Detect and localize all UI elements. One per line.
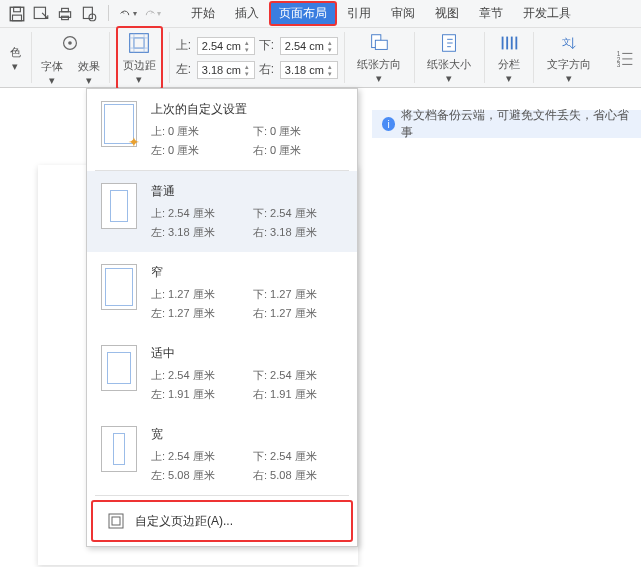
paper-size-icon [437,31,461,55]
save-as-icon[interactable] [32,5,50,23]
margin-right-spinner[interactable]: 右:3.18 cm▴▾ [259,61,338,79]
margins-option-last-custom[interactable]: ✦ 上次的自定义设置 上: 0 厘米 下: 0 厘米 左: 0 厘米 右: 0 … [87,89,357,170]
preset-thumb-icon [101,345,137,391]
custom-margins-icon [107,512,125,530]
columns-button[interactable]: 分栏 ▾ [491,29,527,87]
ribbon-group-font: 字体 ▾效果 ▾ [32,32,110,83]
spinner-arrows-icon[interactable]: ▴▾ [241,39,253,53]
svg-rect-18 [376,40,388,49]
margins-custom-button[interactable]: 自定义页边距(A)... [91,500,353,542]
ribbon-group-margin-values: 上:2.54 cm▴▾ 下:2.54 cm▴▾ 左:3.18 cm▴▾ 右:3.… [170,32,345,83]
svg-rect-32 [112,517,120,525]
preset-title: 窄 [151,264,343,281]
margins-option-moderate[interactable]: 适中 上: 2.54 厘米 下: 2.54 厘米 左: 1.91 厘米 右: 1… [87,333,357,414]
text-direction-icon: 文 [557,31,581,55]
margins-option-narrow[interactable]: 窄 上: 1.27 厘米 下: 1.27 厘米 左: 1.27 厘米 右: 1.… [87,252,357,333]
ribbon-group-columns: 分栏 ▾ [485,32,534,83]
svg-rect-12 [134,37,144,47]
svg-rect-2 [13,15,22,21]
separator [108,5,109,21]
redo-icon[interactable]: ▾ [143,5,161,23]
paper-size-button[interactable]: 纸张大小 ▾ [421,29,478,87]
ribbon-group-text-direction: 文 文字方向 ▾ [534,32,603,83]
tab-start[interactable]: 开始 [181,1,225,26]
preset-title: 宽 [151,426,343,443]
print-icon[interactable] [56,5,74,23]
svg-point-10 [69,41,73,45]
orientation-icon [367,31,391,55]
custom-margins-label: 自定义页边距(A)... [135,513,233,530]
svg-rect-5 [62,8,69,11]
tab-review[interactable]: 审阅 [381,1,425,26]
svg-rect-11 [130,33,149,52]
margin-top-spinner[interactable]: 上:2.54 cm▴▾ [176,37,255,55]
tab-dev-tools[interactable]: 开发工具 [513,1,581,26]
margin-left-spinner[interactable]: 左:3.18 cm▴▾ [176,61,255,79]
svg-rect-1 [14,7,21,12]
svg-text:文: 文 [561,36,570,46]
line-numbers-icon: 123 [613,46,637,70]
margins-option-wide[interactable]: 宽 上: 2.54 厘米 下: 2.54 厘米 左: 5.08 厘米 右: 5.… [87,414,357,495]
preset-thumb-icon: ✦ [101,101,137,147]
colors-button[interactable]: 色 ▾ [6,45,25,73]
line-numbers-button[interactable]: 123 [609,44,641,72]
fonts-button[interactable]: 字体 ▾ [38,59,67,87]
save-icon[interactable] [8,5,26,23]
svg-rect-7 [83,7,92,18]
cloud-backup-tip[interactable]: i 将文档备份云端，可避免文件丢失，省心省事 [372,110,641,138]
watermark-icon [58,31,82,55]
tab-page-layout[interactable]: 页面布局 [269,1,337,26]
preset-thumb-icon [101,426,137,472]
spinner-arrows-icon[interactable]: ▴▾ [324,39,336,53]
margins-button[interactable]: 页边距 ▾ [116,26,163,90]
title-bar: ▾ ▾ 开始 插入 页面布局 引用 审阅 视图 章节 开发工具 [0,0,641,28]
spinner-arrows-icon[interactable]: ▴▾ [324,63,336,77]
quick-access-toolbar: ▾ ▾ [4,5,165,23]
ribbon-group-margins: 页边距 ▾ [110,32,170,83]
tab-chapter[interactable]: 章节 [469,1,513,26]
ribbon-tabs: 开始 插入 页面布局 引用 审阅 视图 章节 开发工具 [181,1,581,26]
info-icon: i [382,117,395,131]
preset-title: 上次的自定义设置 [151,101,343,118]
spinner-arrows-icon[interactable]: ▴▾ [241,63,253,77]
ribbon-group-theme: 色 ▾ [0,32,32,83]
margins-label: 页边距 ▾ [120,58,159,86]
svg-text:3: 3 [617,61,621,68]
info-text: 将文档备份云端，可避免文件丢失，省心省事 [401,107,631,141]
margins-icon [126,30,152,56]
svg-rect-3 [34,7,45,18]
undo-icon[interactable]: ▾ [119,5,137,23]
preset-thumb-icon [101,183,137,229]
margin-bottom-spinner[interactable]: 下:2.54 cm▴▾ [259,37,338,55]
separator [95,495,349,496]
preset-title: 普通 [151,183,343,200]
ribbon-group-orientation: 纸张方向 ▾ [345,32,415,83]
margins-option-normal[interactable]: 普通 上: 2.54 厘米 下: 2.54 厘米 左: 3.18 厘米 右: 3… [87,171,357,252]
tab-insert[interactable]: 插入 [225,1,269,26]
text-direction-button[interactable]: 文 文字方向 ▾ [540,29,597,87]
ribbon: 色 ▾ 字体 ▾效果 ▾ 页边距 ▾ 上:2.54 cm▴▾ 下:2.54 cm… [0,28,641,88]
orientation-button[interactable]: 纸张方向 ▾ [351,29,408,87]
columns-icon [497,31,521,55]
margins-dropdown: ✦ 上次的自定义设置 上: 0 厘米 下: 0 厘米 左: 0 厘米 右: 0 … [86,88,358,547]
ribbon-group-size: 纸张大小 ▾ [415,32,485,83]
preset-thumb-icon [101,264,137,310]
watermark-button[interactable] [38,29,103,57]
effects-button[interactable]: 效果 ▾ [74,59,103,87]
ribbon-group-extra: 123 [603,32,641,83]
tab-view[interactable]: 视图 [425,1,469,26]
preset-title: 适中 [151,345,343,362]
print-preview-icon[interactable] [80,5,98,23]
tab-references[interactable]: 引用 [337,1,381,26]
svg-rect-31 [109,514,123,528]
sparkle-icon: ✦ [128,134,140,150]
